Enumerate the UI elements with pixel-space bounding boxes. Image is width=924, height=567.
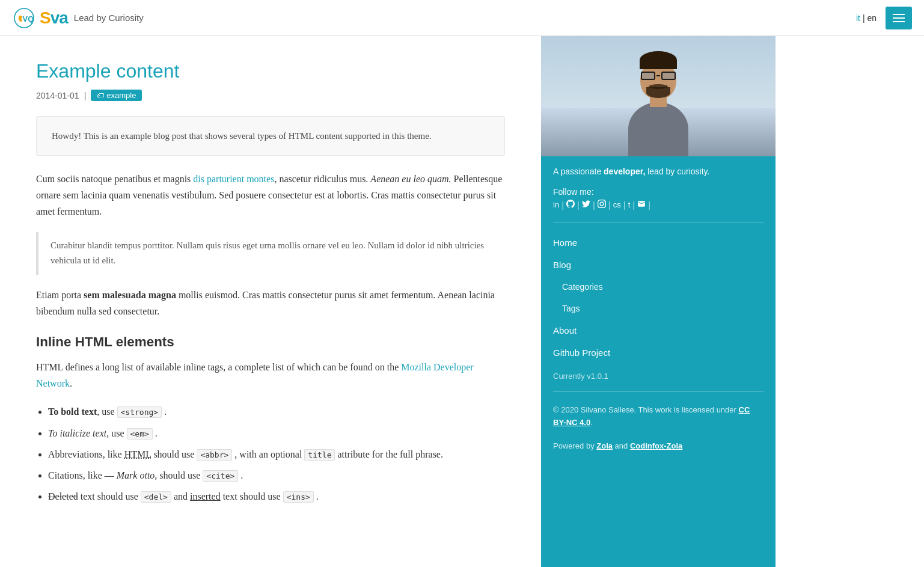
social-email[interactable]: [637, 200, 646, 210]
list-item: Citations, like — Mark otto, should use …: [48, 467, 505, 483]
nav-categories[interactable]: Categories: [541, 276, 776, 298]
menu-icon-line3: [893, 21, 905, 22]
sidebar-footer: © 2020 Silvano Sallese. This work is lis…: [541, 398, 776, 435]
bio-text-2: lead by curiosity.: [645, 167, 709, 176]
para3-before: HTML defines a long list of available in…: [36, 362, 401, 372]
intro-text: Howdy! This is an example blog post that…: [52, 129, 489, 143]
sidebar-version: Currently v1.0.1: [541, 367, 776, 385]
article-body: Cum sociis natoque penatibus et magnis d…: [36, 171, 505, 504]
social-sep: |: [623, 200, 626, 210]
site-tagline: Lead by Curiosity: [74, 13, 144, 23]
social-sep: |: [632, 200, 635, 210]
blockquote-text: Curabitur blandit tempus porttitor. Null…: [50, 241, 484, 266]
social-tumblr[interactable]: t: [628, 200, 631, 209]
main-content: Example content 2014-01-01 | 🏷 example H…: [0, 36, 541, 567]
para2-before: Etiam porta: [36, 290, 84, 300]
social-github[interactable]: [566, 200, 575, 210]
powered-by-text: Powered by: [553, 441, 596, 450]
social-icons: in | | | | cs | t |: [553, 200, 763, 210]
bio-text-1: A passionate: [553, 167, 604, 176]
list-item-4-italic: Mark otto: [117, 470, 155, 480]
list-item-3-text4: attribute for the full phrase.: [335, 449, 443, 459]
list-item-2-text1: , use: [106, 428, 126, 438]
bio-bold: developer,: [604, 167, 645, 176]
social-sep: |: [608, 200, 611, 210]
list-item: To bold text, use <strong> .: [48, 403, 505, 420]
tag-icon: 🏷: [97, 91, 104, 100]
list-item-5-code2: <ins>: [283, 491, 314, 503]
sidebar-nav: Home Blog Categories Tags About Github P…: [541, 228, 776, 367]
social-sep: |: [577, 200, 580, 210]
follow-label: Follow me:: [553, 187, 763, 197]
paragraph-3: HTML defines a long list of available in…: [36, 359, 505, 391]
article-intro-box: Howdy! This is an example blog post that…: [36, 116, 505, 156]
list-item: Abbreviations, like HTML should use <abb…: [48, 446, 505, 462]
list-item-4-text1: Citations, like —: [48, 470, 117, 480]
nav-about[interactable]: About: [541, 319, 776, 342]
list-item-4-text2: , should use: [155, 470, 203, 480]
lang-en: en: [867, 13, 877, 23]
site-header: VQ Sva Lead by Curiosity it | en: [0, 0, 924, 36]
svg-text:VQ: VQ: [23, 14, 34, 23]
social-twitter[interactable]: [582, 200, 590, 210]
tag-label: example: [106, 91, 136, 100]
list-item-4-text3: .: [238, 470, 243, 480]
list-item-1-bold: To bold text: [48, 406, 97, 417]
language-switcher: it | en: [856, 13, 877, 23]
list-item-2-text2: .: [153, 428, 158, 438]
theme-link[interactable]: Codinfox-Zola: [630, 441, 682, 450]
para3-after: .: [70, 378, 72, 388]
menu-icon-line1: [893, 14, 905, 15]
social-sep: |: [648, 200, 650, 210]
list-item-5-underline: inserted: [190, 491, 221, 501]
sidebar-bio: A passionate developer, lead by curiosit…: [541, 156, 776, 184]
para1-link[interactable]: dis parturient montes: [193, 174, 274, 184]
sidebar-follow: Follow me: in | | | | cs | t |: [541, 184, 776, 216]
para2-bold: sem malesuada magna: [84, 290, 176, 300]
lang-it[interactable]: it: [856, 13, 860, 23]
nav-home[interactable]: Home: [541, 231, 776, 254]
list-item-5-text2: and: [171, 491, 190, 501]
license-text: .: [590, 418, 593, 427]
list-item-2-italic: To italicize text: [48, 428, 106, 438]
list-item-5-code1: <del>: [141, 491, 171, 503]
lang-sep: |: [863, 13, 865, 23]
nav-github[interactable]: Github Project: [541, 342, 776, 364]
nav-blog[interactable]: Blog: [541, 254, 776, 276]
sidebar-avatar: [541, 36, 776, 156]
list-item-1-text2: .: [162, 406, 167, 417]
section-title: Inline HTML elements: [36, 334, 505, 350]
para1-text-after: , nascetur ridiculus mus.: [274, 174, 370, 184]
article-tag[interactable]: 🏷 example: [91, 90, 142, 101]
logo-icon: VQ: [12, 6, 36, 30]
social-instagram[interactable]: [598, 200, 606, 210]
inline-elements-list: To bold text, use <strong> . To italiciz…: [48, 403, 505, 504]
social-lastfm[interactable]: cs: [613, 200, 621, 209]
para1-text-before: Cum sociis natoque penatibus et magnis: [36, 174, 193, 184]
list-item-3-text3: , with an optional: [232, 449, 304, 459]
menu-button[interactable]: [886, 7, 912, 29]
list-item-4-code: <cite>: [203, 470, 238, 482]
para1-italic: Aenean eu leo quam.: [370, 174, 451, 184]
logo[interactable]: VQ Sva: [12, 6, 68, 30]
paragraph-2: Etiam porta sem malesuada magna mollis e…: [36, 287, 505, 319]
menu-icon-line2: [893, 17, 905, 19]
sidebar: A passionate developer, lead by curiosit…: [541, 36, 776, 567]
list-item-3-abbr: HTML: [124, 449, 151, 459]
list-item-5-text3: text should use: [221, 491, 283, 501]
list-item: To italicize text, use <em> .: [48, 425, 505, 441]
article-date: 2014-01-01: [36, 91, 79, 100]
article-title: Example content: [36, 60, 505, 82]
social-sep: |: [593, 200, 595, 210]
list-item-1-code: <strong>: [117, 406, 162, 418]
list-item-3-text2: should use: [151, 449, 197, 459]
nav-tags[interactable]: Tags: [541, 298, 776, 319]
logo-text: Sva: [40, 8, 68, 28]
list-item-5-strike: Deleted: [48, 491, 78, 501]
social-linkedin[interactable]: in: [553, 200, 559, 209]
blockquote: Curabitur blandit tempus porttitor. Null…: [36, 232, 505, 275]
list-item-2-code: <em>: [127, 428, 153, 440]
zola-link[interactable]: Zola: [596, 441, 613, 450]
list-item-3-code2: title: [304, 449, 335, 461]
sidebar-divider-1: [553, 222, 763, 222]
